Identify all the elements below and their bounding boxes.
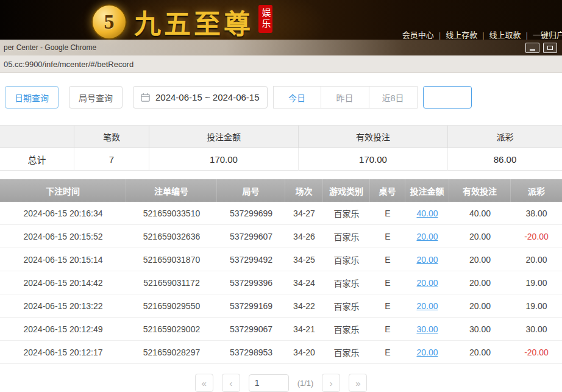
browser-popup-window: per Center - Google Chrome 05.cc:9900/in… (0, 40, 562, 392)
top-nav: 会员中心|线上存款|线上取款|一键归户 (397, 29, 562, 40)
cell-bet[interactable]: 20.00 (405, 248, 449, 271)
cell-bet[interactable]: 20.00 (405, 341, 449, 363)
window-titlebar[interactable]: per Center - Google Chrome (0, 40, 562, 55)
bet-record-table: 下注时间 注单编号 局号 场次 游戏类别 桌号 投注金额 有效投注 派彩 202… (0, 179, 562, 364)
tab-date-query[interactable]: 日期查询 (5, 86, 59, 109)
summary-total-payout: 86.00 (448, 148, 562, 171)
window-title: per Center - Google Chrome (4, 43, 525, 52)
cell-session: 34-22 (285, 294, 323, 317)
col-header-bet: 投注金额 (405, 179, 449, 202)
logo-badge: 娱乐 (258, 5, 272, 33)
cell-game: 百家乐 (323, 271, 370, 294)
search-button[interactable]: 查询 (423, 86, 472, 109)
address-bar[interactable]: 05.cc:9900/infe/mcenter/#/betRecord (0, 55, 562, 73)
summary-col-blank (0, 126, 74, 148)
cell-order: 521659029002 (126, 318, 217, 340)
cell-round: 537299067 (217, 318, 285, 340)
cell-bet[interactable]: 20.00 (405, 271, 449, 294)
table-row: 2024-06-15 20:12:17521659028297537298953… (0, 341, 562, 364)
cell-session: 34-26 (285, 225, 323, 248)
summary-table: 笔数 投注金额 有效投注 派彩 总计 7 170.00 170.00 86.00 (0, 125, 562, 171)
quick-8days-button[interactable]: 近8日 (369, 86, 418, 109)
cell-game: 百家乐 (323, 202, 370, 224)
cell-time: 2024-06-15 20:15:14 (0, 248, 126, 271)
summary-col-count: 笔数 (74, 126, 149, 148)
summary-col-valid-bet: 有效投注 (299, 126, 448, 148)
tab-round-query[interactable]: 局号查询 (69, 86, 123, 109)
col-header-time: 下注时间 (0, 179, 126, 202)
minimize-button[interactable] (525, 43, 539, 53)
next-page-button[interactable]: › (322, 374, 340, 392)
cell-order: 521659031172 (126, 271, 217, 294)
quick-yesterday-button[interactable]: 昨日 (321, 86, 369, 109)
bet-table-header: 下注时间 注单编号 局号 场次 游戏类别 桌号 投注金额 有效投注 派彩 (0, 179, 562, 202)
table-row: 2024-06-15 20:12:49521659029002537299067… (0, 318, 562, 341)
cell-time: 2024-06-15 20:12:49 (0, 318, 126, 340)
nav-deposit[interactable]: 线上存款 (446, 30, 477, 40)
cell-time: 2024-06-15 20:16:34 (0, 202, 126, 224)
cell-payout: 30.00 (511, 318, 562, 340)
cell-time: 2024-06-15 20:12:17 (0, 341, 126, 363)
nav-withdraw[interactable]: 线上取款 (489, 30, 521, 40)
col-header-payout: 派彩 (511, 179, 562, 202)
summary-header: 笔数 投注金额 有效投注 派彩 (0, 126, 562, 148)
nav-separator: | (482, 30, 484, 40)
table-row: 2024-06-15 20:15:52521659032636537299607… (0, 225, 562, 248)
nav-separator: | (439, 30, 441, 40)
cell-round: 537299396 (217, 271, 285, 294)
date-range-input[interactable]: 2024-06-15 ~ 2024-06-15 (133, 86, 268, 109)
cell-session: 34-21 (285, 318, 323, 340)
cell-payout: 19.00 (511, 294, 562, 317)
cell-game: 百家乐 (323, 225, 370, 248)
table-row: 2024-06-15 20:13:22521659029550537299169… (0, 294, 562, 318)
cell-time: 2024-06-15 20:13:22 (0, 294, 126, 317)
coin-logo-icon: 5 (91, 4, 127, 40)
prev-page-button[interactable]: ‹ (222, 374, 240, 392)
cell-bet[interactable]: 20.00 (405, 294, 449, 317)
cell-valid: 30.00 (449, 318, 511, 340)
cell-valid: 20.00 (449, 225, 511, 248)
cell-valid: 20.00 (449, 271, 511, 294)
maximize-button[interactable] (543, 43, 557, 53)
col-header-order: 注单编号 (126, 179, 217, 202)
quick-today-button[interactable]: 今日 (273, 86, 321, 109)
cell-bet[interactable]: 20.00 (405, 225, 449, 248)
col-header-game: 游戏类别 (323, 179, 370, 202)
cell-payout: 20.00 (511, 248, 562, 271)
cell-order: 521659031870 (126, 248, 217, 271)
cell-valid: 20.00 (449, 341, 511, 363)
cell-game: 百家乐 (323, 318, 370, 340)
cell-order: 521659032636 (126, 225, 217, 248)
cell-valid: 20.00 (449, 248, 511, 271)
cell-round: 537299492 (217, 248, 285, 271)
summary-total-count: 7 (74, 148, 149, 171)
cell-round: 537298953 (217, 341, 285, 363)
page-input[interactable] (249, 374, 289, 392)
nav-one-key-transfer[interactable]: 一键归户 (533, 30, 562, 40)
cell-time: 2024-06-15 20:15:52 (0, 225, 126, 248)
maximize-icon (547, 46, 553, 50)
cell-table: E (370, 202, 405, 224)
cell-table: E (370, 341, 405, 363)
cell-order: 521659033510 (126, 202, 217, 224)
cell-payout: -20.00 (511, 225, 562, 248)
cell-game: 百家乐 (323, 341, 370, 363)
nav-separator: | (526, 30, 528, 40)
cell-game: 百家乐 (323, 294, 370, 317)
summary-total-row: 总计 7 170.00 170.00 86.00 (0, 148, 562, 171)
summary-total-bet-amount: 170.00 (149, 148, 299, 171)
minimize-icon (530, 49, 535, 51)
cell-order: 521659029550 (126, 294, 217, 317)
cell-bet[interactable]: 40.00 (405, 202, 449, 224)
date-range-value: 2024-06-15 ~ 2024-06-15 (155, 92, 260, 102)
cell-bet[interactable]: 30.00 (405, 318, 449, 340)
cell-session: 34-20 (285, 341, 323, 363)
cell-valid: 40.00 (449, 202, 511, 224)
cell-round: 537299607 (217, 225, 285, 248)
cell-game: 百家乐 (323, 248, 370, 271)
first-page-button[interactable]: « (195, 374, 213, 392)
pagination: « ‹ (1/1) › » (0, 374, 562, 392)
last-page-button[interactable]: » (349, 374, 367, 392)
window-controls (525, 43, 557, 53)
nav-member-center[interactable]: 会员中心 (402, 30, 434, 40)
